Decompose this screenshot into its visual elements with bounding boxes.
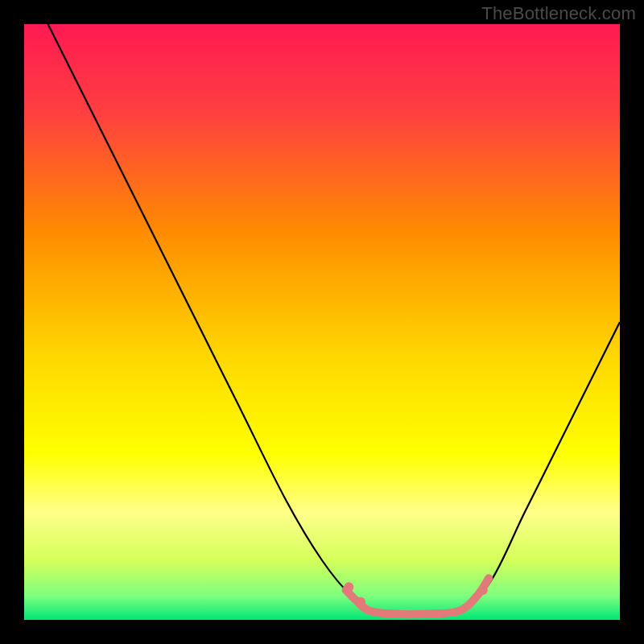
marker-dot — [356, 597, 365, 607]
chart-svg — [24, 24, 620, 620]
gradient-background — [24, 24, 620, 620]
watermark-text: TheBottleneck.com — [481, 3, 636, 24]
marker-dot — [478, 585, 488, 595]
plot-area — [24, 24, 620, 620]
marker-dot — [344, 582, 353, 592]
chart-frame: TheBottleneck.com — [0, 0, 644, 644]
